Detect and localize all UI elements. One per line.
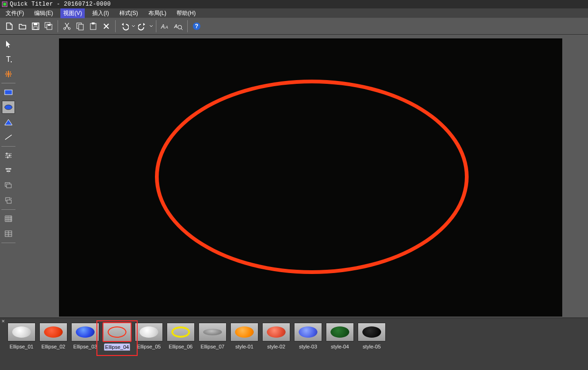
svg-rect-4	[34, 27, 37, 30]
style-item-style-04[interactable]: style-04	[325, 323, 355, 351]
app-icon	[2, 1, 7, 7]
ellipse-icon	[235, 326, 254, 338]
svg-rect-30	[7, 184, 11, 188]
select-tool[interactable]	[2, 37, 15, 51]
svg-text:?: ?	[195, 23, 198, 30]
line-tool[interactable]	[2, 131, 15, 144]
toolbar-separator	[115, 20, 116, 32]
toolbar-separator	[187, 20, 188, 32]
table-tool[interactable]	[2, 227, 15, 240]
ellipse-icon	[267, 326, 286, 338]
toolbar-separator	[58, 20, 58, 32]
style-item-Ellipse_01[interactable]: Ellipse_01	[7, 323, 37, 351]
ellipse-icon	[44, 326, 63, 338]
grid-tool[interactable]	[2, 212, 15, 225]
menu-layout[interactable]: 布局(L)	[146, 8, 169, 18]
stack-tool[interactable]	[2, 179, 15, 192]
style-label: Ellipse_01	[9, 343, 35, 350]
redo-button[interactable]	[136, 20, 154, 32]
style-label: style-01	[235, 343, 255, 350]
svg-rect-1	[3, 3, 6, 6]
canvas-area	[17, 35, 588, 318]
save-as-button[interactable]	[43, 20, 55, 32]
menu-view[interactable]: 视图(V)	[60, 8, 85, 18]
style-item-Ellipse_06[interactable]: Ellipse_06	[166, 323, 196, 351]
style-label: Ellipse_07	[200, 343, 226, 350]
ellipse-icon	[362, 326, 381, 338]
style-item-style-01[interactable]: style-01	[229, 323, 259, 351]
font-style-button[interactable]: AA	[159, 20, 171, 32]
help-button[interactable]: ?	[191, 20, 203, 32]
style-label: style-02	[266, 343, 287, 350]
sliders-tool[interactable]	[2, 149, 15, 162]
chevron-down-icon[interactable]	[149, 20, 154, 32]
style-thumbnail	[103, 323, 131, 341]
title-bar: Quick Titler - 20160712-0000	[0, 0, 588, 8]
toolbar-separator	[156, 20, 156, 32]
style-thumbnail	[135, 323, 163, 341]
menu-edit[interactable]: 编辑(E)	[31, 8, 56, 18]
style-item-style-03[interactable]: style-03	[293, 323, 323, 351]
style-item-Ellipse_04[interactable]: Ellipse_04	[102, 323, 132, 351]
paste-button[interactable]	[87, 20, 99, 32]
svg-rect-21	[11, 61, 12, 62]
svg-rect-22	[5, 90, 12, 95]
svg-rect-7	[48, 24, 51, 26]
style-thumbnail	[262, 323, 290, 341]
style-label: style-03	[298, 343, 318, 350]
text-tool[interactable]: T	[2, 52, 15, 66]
style-items: Ellipse_01Ellipse_02Ellipse_03Ellipse_04…	[0, 318, 588, 351]
delete-button[interactable]	[100, 20, 112, 32]
ellipse-tool[interactable]	[2, 101, 15, 114]
ellipse-icon	[12, 326, 31, 338]
close-icon[interactable]: ✕	[1, 319, 6, 324]
ellipse-shape[interactable]	[155, 80, 469, 274]
ellipse-icon	[331, 326, 349, 338]
palette-separator	[1, 83, 15, 83]
undo-button[interactable]	[118, 20, 136, 32]
open-button[interactable]	[16, 20, 29, 32]
style-panel: ✕ Ellipse_01Ellipse_02Ellipse_03Ellipse_…	[0, 318, 588, 370]
chevron-down-icon[interactable]	[131, 20, 136, 32]
svg-rect-3	[34, 23, 37, 25]
svg-point-23	[5, 105, 12, 110]
ellipse-icon	[171, 326, 190, 338]
menu-file[interactable]: 文件(F)	[3, 8, 27, 18]
style-thumbnail	[198, 323, 227, 341]
svg-text:A: A	[165, 25, 168, 30]
style-item-Ellipse_07[interactable]: Ellipse_07	[198, 323, 228, 351]
menu-style[interactable]: 样式(S)	[117, 8, 141, 18]
style-item-style-05[interactable]: style-05	[357, 323, 387, 351]
style-item-style-02[interactable]: style-02	[261, 323, 291, 351]
style-thumbnail	[167, 323, 195, 341]
svg-text:T: T	[6, 55, 11, 63]
image-tool[interactable]	[2, 67, 15, 81]
style-thumbnail	[294, 323, 322, 341]
style-item-Ellipse_03[interactable]: Ellipse_03	[70, 323, 100, 351]
workspace: T	[0, 35, 588, 318]
style-label: style-04	[330, 343, 350, 350]
style-thumbnail	[71, 323, 99, 341]
copy-button[interactable]	[74, 20, 86, 32]
palette-separator	[1, 209, 15, 210]
style-label: Ellipse_02	[41, 343, 66, 350]
triangle-tool[interactable]	[2, 116, 15, 129]
copy-down-tool[interactable]	[2, 194, 15, 207]
cut-button[interactable]	[61, 20, 73, 32]
menu-bar: 文件(F) 编辑(E) 视图(V) 插入(I) 样式(S) 布局(L) 帮助(H…	[0, 8, 588, 18]
style-item-Ellipse_02[interactable]: Ellipse_02	[38, 323, 68, 351]
svg-rect-26	[7, 156, 8, 158]
canvas[interactable]	[59, 38, 562, 317]
new-button[interactable]	[3, 20, 15, 32]
palette-separator	[1, 243, 15, 243]
style-thumbnail	[7, 323, 36, 341]
align-center-tool[interactable]	[2, 164, 15, 177]
style-item-Ellipse_05[interactable]: Ellipse_05	[134, 323, 164, 351]
menu-insert[interactable]: 插入(I)	[89, 8, 111, 18]
font-search-button[interactable]: A	[172, 20, 184, 32]
menu-help[interactable]: 帮助(H)	[174, 8, 198, 18]
rect-tool[interactable]	[2, 86, 15, 99]
save-button[interactable]	[29, 20, 42, 32]
style-label: style-05	[362, 343, 382, 350]
tool-palette: T	[0, 35, 17, 318]
